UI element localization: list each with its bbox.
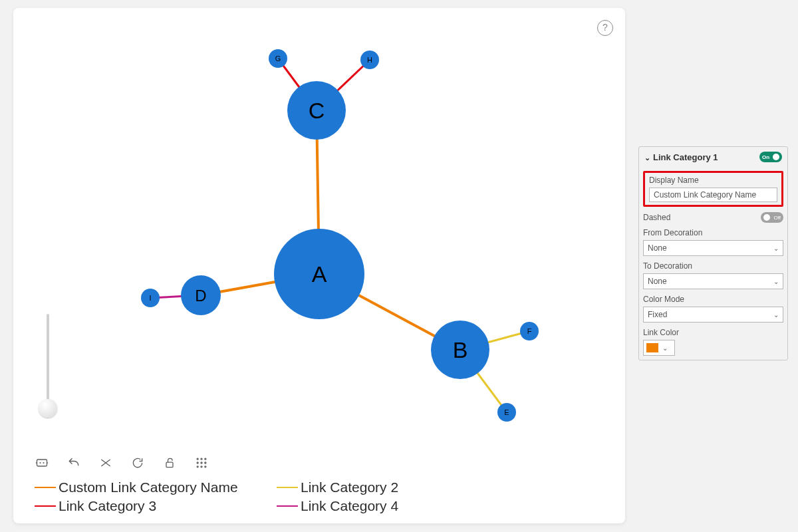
to-decoration-label: To Decoration	[643, 261, 783, 271]
display-name-input[interactable]	[649, 188, 777, 202]
legend-swatch	[35, 505, 56, 507]
legend-label: Link Category 4	[301, 498, 398, 514]
legend-item[interactable]: Link Category 4	[277, 498, 503, 514]
shuffle-icon[interactable]	[98, 456, 113, 470]
graph-canvas-card: ? ABCDEFGHI Custom Link Ca	[13, 8, 625, 523]
zoom-slider-thumb[interactable]	[39, 399, 57, 418]
svg-point-1	[39, 462, 41, 464]
node-label-D: D	[195, 287, 206, 305]
node-label-I: I	[149, 294, 151, 302]
svg-point-14	[205, 466, 206, 467]
undo-icon[interactable]	[66, 456, 81, 470]
svg-point-6	[197, 458, 198, 460]
svg-point-12	[197, 466, 198, 467]
node-label-F: F	[527, 327, 532, 335]
svg-point-13	[201, 466, 202, 467]
panel-header[interactable]: ⌄Link Category 1 On	[639, 147, 787, 167]
link-color-label: Link Color	[643, 328, 783, 337]
svg-point-11	[205, 462, 206, 464]
chevron-down-icon: ⌄	[662, 344, 668, 352]
dashed-toggle[interactable]: Off	[761, 212, 783, 223]
dashed-row: Dashed Off	[643, 212, 783, 223]
graph-area[interactable]: ABCDEFGHI	[13, 8, 625, 447]
link-color-picker[interactable]: ⌄	[643, 340, 675, 356]
chevron-down-icon: ⌄	[773, 245, 779, 252]
fit-icon[interactable]	[35, 456, 49, 470]
node-label-G: G	[275, 55, 281, 63]
node-label-B: B	[453, 337, 468, 362]
legend-swatch	[35, 487, 56, 488]
color-mode-select[interactable]: Fixed⌄	[643, 307, 783, 323]
unlock-icon[interactable]	[162, 456, 177, 470]
legend-item[interactable]: Link Category 3	[35, 498, 261, 514]
legend-label: Link Category 3	[59, 498, 156, 514]
svg-rect-5	[166, 462, 173, 467]
refresh-icon[interactable]	[130, 456, 145, 470]
from-decoration-select[interactable]: None⌄	[643, 240, 783, 256]
legend-swatch	[277, 487, 298, 488]
to-decoration-select[interactable]: None⌄	[643, 273, 783, 289]
color-mode-label: Color Mode	[643, 295, 783, 304]
node-label-H: H	[367, 56, 372, 64]
svg-point-8	[205, 458, 206, 460]
legend-item[interactable]: Link Category 2	[277, 479, 503, 495]
chevron-down-icon: ⌄	[773, 311, 779, 319]
grid-icon[interactable]	[194, 456, 209, 470]
legend-label: Link Category 2	[301, 479, 398, 495]
from-decoration-label: From Decoration	[643, 228, 783, 237]
legend-label: Custom Link Category Name	[59, 479, 238, 495]
svg-point-2	[43, 462, 44, 464]
panel-enabled-toggle[interactable]: On	[759, 152, 782, 162]
display-name-label: Display Name	[649, 176, 777, 185]
zoom-slider[interactable]	[37, 314, 59, 430]
panel-title: Link Category 1	[653, 152, 718, 162]
chevron-down-icon: ⌄	[773, 278, 779, 285]
svg-point-10	[201, 462, 202, 464]
svg-point-9	[197, 462, 198, 464]
node-label-E: E	[504, 408, 509, 416]
chevron-down-icon: ⌄	[644, 154, 650, 162]
svg-rect-0	[37, 460, 47, 466]
node-label-C: C	[309, 98, 325, 123]
legend-item[interactable]: Custom Link Category Name	[35, 479, 261, 495]
svg-point-7	[201, 458, 202, 460]
link-color-swatch	[646, 343, 658, 352]
legend: Custom Link Category NameLink Category 2…	[35, 479, 503, 514]
legend-swatch	[277, 505, 298, 507]
display-name-highlight: Display Name	[643, 171, 783, 207]
node-label-A: A	[312, 261, 327, 287]
dashed-label: Dashed	[643, 213, 670, 222]
format-panel: ⌄Link Category 1 On Display Name Dashed …	[638, 146, 788, 360]
graph-toolbar	[35, 456, 209, 470]
